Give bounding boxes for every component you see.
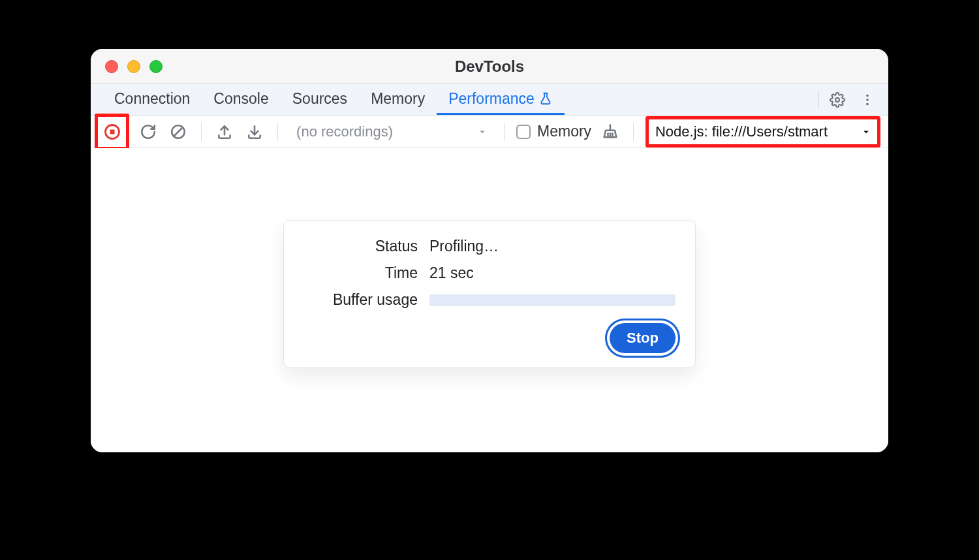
time-value: 21 sec <box>429 264 676 282</box>
svg-rect-5 <box>110 129 114 134</box>
svg-point-2 <box>866 99 869 101</box>
clear-button[interactable] <box>167 120 189 144</box>
divider <box>277 123 278 141</box>
tab-sources[interactable]: Sources <box>281 84 359 115</box>
memory-label: Memory <box>537 123 591 140</box>
tabstrip: Connection Console Sources Memory Perfor… <box>91 84 888 116</box>
tab-label: Performance <box>448 90 535 108</box>
buffer-usage-bar <box>429 294 676 306</box>
divider <box>633 123 634 141</box>
upload-icon <box>216 123 233 140</box>
stop-button[interactable]: Stop <box>610 323 676 353</box>
tab-label: Memory <box>371 90 425 108</box>
more-button[interactable] <box>856 88 879 112</box>
tab-memory[interactable]: Memory <box>359 84 437 115</box>
status-label: Status <box>303 238 418 255</box>
memory-toggle[interactable]: Memory <box>516 123 591 140</box>
record-button[interactable] <box>101 120 124 144</box>
tab-label: Console <box>213 90 268 108</box>
svg-line-7 <box>174 127 183 136</box>
devtools-window: DevTools Connection Console Sources Memo… <box>91 49 888 452</box>
reload-icon <box>140 123 157 140</box>
target-label: Node.js: file:///Users/stmart <box>655 123 828 140</box>
buffer-label: Buffer usage <box>303 291 418 309</box>
tab-connection[interactable]: Connection <box>102 84 202 115</box>
performance-toolbar: (no recordings) Memory Node.js: file:///… <box>91 116 888 148</box>
highlight-record <box>95 114 129 150</box>
divider <box>201 123 202 141</box>
collect-garbage-button[interactable] <box>599 120 621 144</box>
clear-icon <box>170 123 187 140</box>
tab-performance[interactable]: Performance <box>437 84 565 115</box>
time-label: Time <box>303 264 418 282</box>
target-selector[interactable]: Node.js: file:///Users/stmart <box>645 116 880 148</box>
stop-label: Stop <box>627 330 659 346</box>
svg-point-0 <box>835 98 839 102</box>
window-title: DevTools <box>91 57 888 76</box>
divider <box>818 91 819 109</box>
tab-label: Connection <box>114 90 190 108</box>
tab-label: Sources <box>292 90 347 108</box>
more-vertical-icon <box>860 93 875 107</box>
caret-down-icon <box>860 126 872 138</box>
flask-icon <box>538 91 553 106</box>
chevron-down-icon <box>476 126 488 138</box>
recordings-select[interactable]: (no recordings) <box>290 123 492 140</box>
status-value: Profiling… <box>429 238 676 255</box>
svg-point-1 <box>866 94 869 97</box>
divider <box>504 123 505 141</box>
settings-button[interactable] <box>826 88 849 112</box>
titlebar: DevTools <box>91 49 888 84</box>
recording-dialog: Status Profiling… Time 21 sec Buffer usa… <box>283 220 696 368</box>
tabstrip-right <box>818 84 883 115</box>
broom-icon <box>601 123 619 141</box>
download-icon <box>246 123 263 140</box>
gear-icon <box>830 92 845 108</box>
checkbox[interactable] <box>516 125 531 139</box>
reload-record-button[interactable] <box>137 120 159 144</box>
record-stop-icon <box>103 123 121 141</box>
upload-profile-button[interactable] <box>213 120 236 144</box>
tab-console[interactable]: Console <box>202 84 280 115</box>
svg-point-3 <box>866 102 869 105</box>
recordings-placeholder: (no recordings) <box>296 123 393 140</box>
performance-panel: Status Profiling… Time 21 sec Buffer usa… <box>91 148 888 452</box>
download-profile-button[interactable] <box>243 120 266 144</box>
